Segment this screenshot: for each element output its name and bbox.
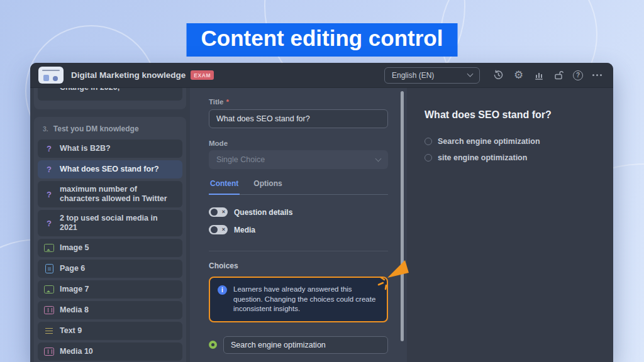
sidebar-item-label: Image 5 (60, 239, 89, 256)
preview-option[interactable]: site engine optimization (425, 153, 596, 162)
choices-label: Choices (209, 261, 388, 270)
page-title: Content editing control (187, 23, 458, 57)
section-header: 3. Test you DM knowledge (38, 117, 182, 133)
media-icon (44, 305, 54, 315)
sidebar-item[interactable]: 2 top used social media in 2021 (38, 210, 182, 236)
sidebar-item-label: What does SEO stand for? (60, 161, 159, 178)
app-window: Digital Marketing knowledge EXAM English… (30, 63, 613, 362)
question-editor-panel: Title* Mode Single Choice ContentOptions… (190, 88, 407, 362)
sidebar-item[interactable]: Image 7 (38, 280, 182, 299)
content-sidebar: Change in 2020, 3. Test you DM knowledge… (30, 88, 190, 362)
radio-icon (425, 154, 432, 162)
sidebar-item[interactable]: Media 10 (38, 343, 182, 361)
image-icon (44, 243, 54, 253)
question-icon (44, 165, 54, 175)
chevron-down-icon (467, 71, 474, 77)
question-icon (44, 189, 54, 199)
choice-input[interactable] (223, 336, 388, 354)
sidebar-item[interactable]: Media 8 (38, 301, 182, 319)
title-label: Title* (209, 98, 388, 106)
sidebar-item-label: Text 9 (60, 322, 82, 339)
course-thumbnail (38, 67, 64, 84)
tab-options[interactable]: Options (252, 179, 283, 194)
exam-badge: EXAM (191, 70, 214, 80)
section-title: Test you DM knowledge (53, 124, 139, 133)
required-marker: * (226, 98, 228, 106)
toggle-label: Question details (234, 208, 292, 217)
toggle-label: Media (234, 226, 255, 234)
choice-row (209, 336, 388, 354)
more-icon[interactable] (591, 69, 603, 81)
app-header: Digital Marketing knowledge EXAM English… (30, 63, 613, 88)
editor-scrollbar[interactable] (401, 91, 404, 341)
toggle-row: ×Question details (209, 207, 388, 217)
toggle-row: ×Media (209, 225, 388, 234)
sidebar-item[interactable]: What is B2B? (38, 140, 182, 158)
statistics-icon[interactable] (533, 69, 545, 81)
sidebar-item-label: 2 top used social media in 2021 (60, 210, 172, 236)
mode-select[interactable]: Single Choice (209, 150, 388, 169)
toggle-question-details[interactable]: × (209, 207, 228, 217)
correct-radio-icon[interactable] (209, 341, 217, 349)
info-icon (218, 285, 227, 295)
language-selector[interactable]: English (EN) (384, 67, 480, 84)
question-preview-panel: What does SEO stand for? Search engine o… (407, 88, 613, 362)
toggle-media[interactable]: × (209, 225, 228, 234)
sidebar-item-partial[interactable]: Change in 2020, (38, 88, 182, 101)
image-icon (44, 285, 54, 295)
tab-content[interactable]: Content (209, 179, 240, 195)
sidebar-item[interactable]: What does SEO stand for? (38, 160, 182, 178)
sidebar-item-label: What is B2B? (60, 140, 111, 157)
sidebar-item-list: What is B2B?What does SEO stand for?maxi… (38, 140, 182, 361)
page-background: Content editing control Digital Marketin… (0, 0, 644, 362)
sidebar-item[interactable]: Page 6 (38, 260, 182, 278)
mode-value: Single Choice (216, 155, 265, 164)
unlock-icon[interactable] (553, 69, 565, 81)
divider (209, 251, 388, 251)
title-input[interactable] (209, 109, 388, 128)
sidebar-item-label: Page 6 (60, 260, 85, 277)
question-icon (44, 144, 54, 154)
settings-icon[interactable]: ⚙ (513, 69, 525, 81)
preview-question: What does SEO stand for? (425, 109, 596, 121)
preview-option[interactable]: Search engine optimization (425, 137, 596, 146)
course-title: Digital Marketing knowledge (71, 70, 186, 80)
sidebar-section: 3. Test you DM knowledge What is B2B?Wha… (34, 117, 186, 362)
sidebar-item-label: Image 7 (60, 281, 89, 298)
radio-icon (425, 138, 432, 145)
mode-label: Mode (209, 140, 388, 147)
sidebar-item[interactable]: Text 9 (38, 322, 182, 340)
toggle-list: ×Question details×Media (209, 207, 388, 234)
sidebar-item[interactable]: Image 5 (38, 239, 182, 257)
preview-options: Search engine optimizationsite engine op… (425, 137, 596, 162)
history-icon[interactable] (492, 69, 504, 81)
language-value: English (EN) (392, 71, 434, 80)
question-icon (44, 218, 54, 228)
warning-callout: Learners have already answered this ques… (209, 277, 388, 322)
help-icon[interactable] (573, 70, 583, 80)
sidebar-section-partial: Change in 2020, (34, 88, 186, 109)
media-icon (44, 347, 54, 357)
section-number: 3. (43, 125, 48, 133)
sidebar-item-label: maximum number of characters allowed in … (60, 181, 172, 207)
text-icon (44, 326, 54, 336)
sidebar-item-label: Change in 2020, (60, 88, 119, 96)
page-icon (44, 264, 54, 274)
sidebar-item-label: Media 10 (60, 343, 93, 360)
chevron-down-icon (375, 155, 382, 162)
sidebar-item[interactable]: maximum number of characters allowed in … (38, 181, 182, 207)
sidebar-item-label: Media 8 (60, 302, 89, 319)
editor-tabs: ContentOptions (209, 179, 388, 195)
warning-text: Learners have already answered this ques… (233, 285, 379, 314)
